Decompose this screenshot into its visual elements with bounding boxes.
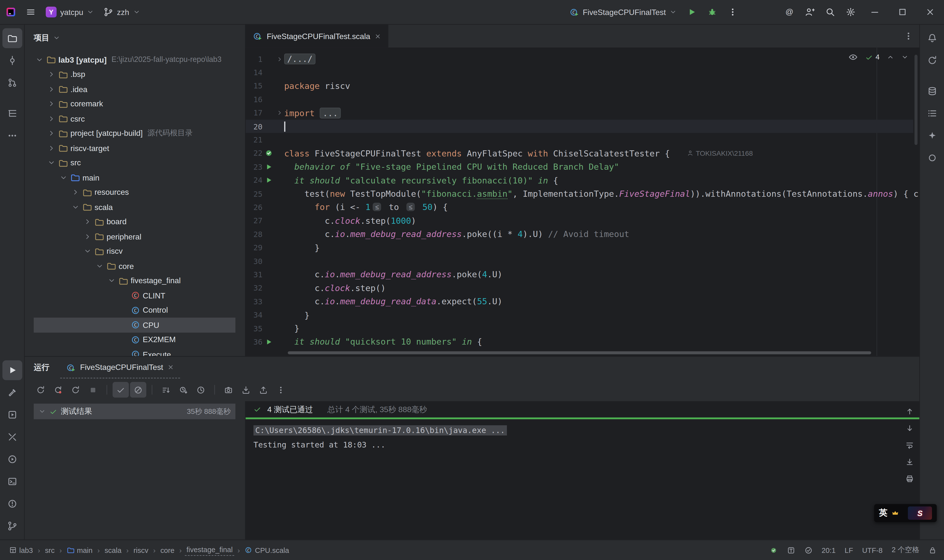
code-line-23[interactable]: 23 behavior of "Five-stage Pipelined CPU… bbox=[245, 160, 913, 174]
breadcrumb-fivestage-final[interactable]: fivestage_final bbox=[185, 544, 234, 556]
rerun-failed-tests-button[interactable] bbox=[50, 382, 66, 398]
tree-item-fivestage-final[interactable]: fivestage_final bbox=[25, 273, 245, 288]
build-tool-sync-button[interactable] bbox=[922, 51, 942, 71]
database-toolwindow-button[interactable] bbox=[922, 81, 942, 101]
code-line-21[interactable]: 21 bbox=[245, 133, 913, 147]
project-panel-header[interactable]: 项目 bbox=[25, 25, 245, 51]
code-with-me-button[interactable] bbox=[799, 3, 820, 21]
minimize-button[interactable] bbox=[861, 0, 889, 24]
file-encoding[interactable]: UTF-8 bbox=[862, 546, 882, 554]
tree-item-board[interactable]: board bbox=[25, 214, 245, 229]
run-anything-button[interactable] bbox=[2, 449, 22, 469]
test-history-button[interactable] bbox=[193, 382, 209, 398]
pull-requests-toolwindow-button[interactable] bbox=[2, 73, 22, 92]
code-line-26[interactable]: 26 for (i <- 1≤ to ≤ 50) { bbox=[245, 200, 913, 214]
test-passed-gutter-icon[interactable] bbox=[262, 149, 275, 157]
more-toolwindows-button[interactable] bbox=[2, 126, 22, 146]
code-line-14[interactable]: 14 bbox=[245, 66, 913, 79]
code-line-28[interactable]: 28 c.io.mem_debug_read_address.poke((i *… bbox=[245, 228, 913, 241]
close-button[interactable] bbox=[916, 0, 944, 24]
ime-widget[interactable]: 英 S bbox=[874, 504, 937, 522]
tree-item-riscv-target[interactable]: riscv-target bbox=[25, 141, 245, 155]
debug-button[interactable] bbox=[702, 3, 722, 21]
snapshot-button[interactable] bbox=[220, 382, 236, 398]
tree-item-core[interactable]: core bbox=[25, 258, 245, 273]
profiler-toolwindow-button[interactable] bbox=[2, 427, 22, 447]
code-line-15[interactable]: 15package riscv bbox=[245, 79, 913, 93]
code-line-31[interactable]: 31 c.io.mem_debug_read_address.poke(4.U) bbox=[245, 268, 913, 281]
close-tab-icon[interactable] bbox=[167, 364, 174, 371]
code-line-1[interactable]: 1/.../ bbox=[245, 52, 913, 66]
code-line-27[interactable]: 27 c.clock.step(1000) bbox=[245, 214, 913, 228]
more-options-button[interactable] bbox=[273, 382, 289, 398]
editor-tab[interactable]: C FiveStageCPUFinalTest.scala bbox=[245, 25, 388, 48]
next-problem-icon[interactable] bbox=[901, 54, 909, 61]
show-ignored-toggle-button[interactable] bbox=[130, 382, 146, 398]
import-test-results-button[interactable] bbox=[238, 382, 254, 398]
line-separator[interactable]: LF bbox=[845, 546, 853, 554]
tree-item-cpu[interactable]: CCPU bbox=[25, 318, 245, 332]
horizontal-scrollbar[interactable] bbox=[288, 351, 871, 354]
tree-item-scala[interactable]: scala bbox=[25, 200, 245, 214]
breadcrumb-core[interactable]: core bbox=[159, 545, 176, 555]
code-area[interactable]: 1/.../1415package riscv1617import ...202… bbox=[245, 52, 913, 349]
code-line-34[interactable]: 34 } bbox=[245, 308, 913, 322]
tree-item-src[interactable]: src bbox=[25, 155, 245, 170]
read-only-toggle[interactable] bbox=[928, 546, 936, 554]
tab-list-button[interactable] bbox=[898, 25, 919, 48]
main-menu-button[interactable] bbox=[20, 3, 41, 21]
inspections-passed[interactable]: 4 bbox=[865, 53, 879, 62]
vertical-scrollbar[interactable] bbox=[915, 55, 918, 145]
project-toolwindow-button[interactable] bbox=[2, 28, 22, 48]
chevron-down-icon[interactable] bbox=[39, 408, 46, 415]
sync-status[interactable] bbox=[769, 546, 777, 554]
build-toolwindow-button[interactable] bbox=[2, 383, 22, 403]
project-widget[interactable]: Y yatcpu bbox=[41, 3, 99, 21]
code-line-24[interactable]: 24 it should "calculate recursively fibo… bbox=[245, 174, 913, 187]
tree-item-ex2mem[interactable]: CEX2MEM bbox=[25, 332, 245, 347]
tree-item-riscv[interactable]: riscv bbox=[25, 244, 245, 258]
chevron-right-icon[interactable] bbox=[46, 85, 57, 93]
console-line[interactable]: C:\Users\26586\.jdks\temurin-17.0.16\bin… bbox=[253, 423, 919, 438]
code-line-29[interactable]: 29 } bbox=[245, 241, 913, 254]
caret-position[interactable]: 20:1 bbox=[822, 546, 836, 554]
test-results-root-row[interactable]: 测试结果 35秒 888毫秒 bbox=[34, 403, 235, 419]
breadcrumb-riscv[interactable]: riscv bbox=[132, 545, 150, 555]
toggle-auto-test-button[interactable] bbox=[67, 382, 83, 398]
code-line-35[interactable]: 35 } bbox=[245, 322, 913, 335]
code-line-30[interactable]: 30 bbox=[245, 254, 913, 268]
breadcrumb-src[interactable]: src bbox=[43, 545, 57, 555]
run-test-gutter-icon[interactable] bbox=[262, 338, 275, 346]
run-test-gutter-icon[interactable] bbox=[262, 163, 275, 171]
reader-mode-icon[interactable] bbox=[848, 52, 858, 62]
console-soft-wrap-toggle-button[interactable] bbox=[905, 441, 914, 451]
branch-widget[interactable]: zzh bbox=[99, 3, 145, 21]
sort-alphabetically-button[interactable] bbox=[158, 382, 174, 398]
tree-item-project-yatcpu-build[interactable]: project [yatcpu-build]源代码根目录 bbox=[25, 126, 245, 141]
ai-assistant-button[interactable]: @ bbox=[779, 3, 799, 21]
tree-item-lab3-yatcpu[interactable]: lab3 [yatcpu]E:\jizu\2025-fall-yatcpu-re… bbox=[25, 52, 245, 67]
code-line-25[interactable]: 25 test(new TestTopModule("fibonacci.asm… bbox=[245, 187, 913, 200]
run-toolwindow-button[interactable] bbox=[2, 360, 22, 380]
structure-toolwindow-button[interactable] bbox=[2, 103, 22, 123]
code-line-20[interactable]: 20 bbox=[245, 120, 913, 133]
inspections-ok[interactable] bbox=[804, 546, 813, 554]
search-everywhere-button[interactable] bbox=[820, 3, 841, 21]
chevron-right-icon[interactable] bbox=[46, 144, 57, 152]
todo-toolwindow-button[interactable] bbox=[922, 103, 942, 123]
code-line-36[interactable]: 36 it should "quicksort 10 numbers" in { bbox=[245, 335, 913, 349]
code-line-16[interactable]: 16 bbox=[245, 93, 913, 106]
console-scroll-to-end-button[interactable] bbox=[905, 458, 914, 468]
run-button[interactable] bbox=[682, 3, 702, 21]
tree-item-control[interactable]: CControl bbox=[25, 303, 245, 318]
settings-button[interactable] bbox=[841, 3, 861, 21]
export-test-results-button[interactable] bbox=[255, 382, 271, 398]
maximize-button[interactable] bbox=[889, 0, 916, 24]
tree-item-resources[interactable]: resources bbox=[25, 185, 245, 200]
console-scroll-up-button[interactable] bbox=[905, 407, 914, 417]
breadcrumb-lab3[interactable]: lab3 bbox=[7, 545, 35, 555]
chevron-right-icon[interactable] bbox=[46, 100, 57, 108]
breadcrumb-main[interactable]: main bbox=[65, 545, 94, 555]
run-tab[interactable]: C FiveStageCPUFinalTest bbox=[60, 357, 180, 378]
indent-style[interactable]: 2 个空格 bbox=[892, 545, 919, 555]
